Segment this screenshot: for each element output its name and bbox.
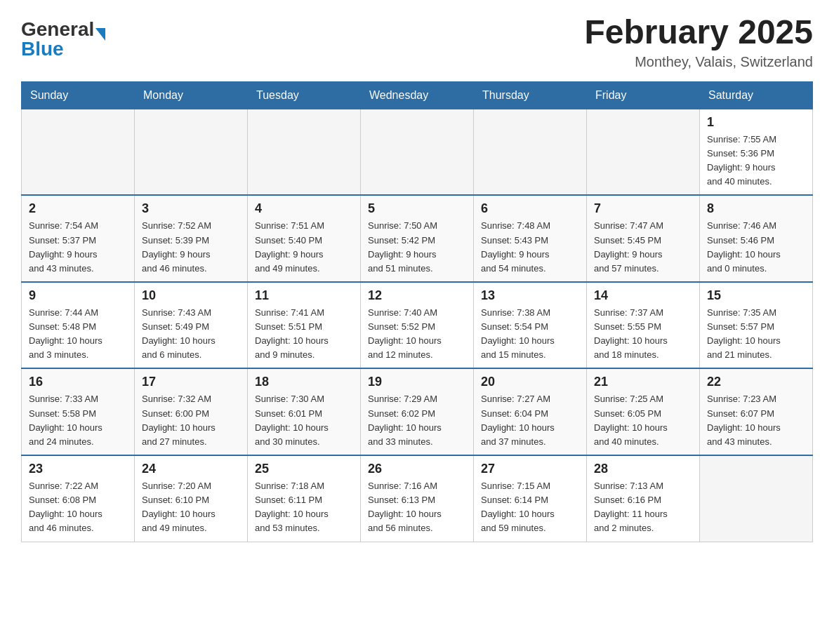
day-cell: 19Sunrise: 7:29 AM Sunset: 6:02 PM Dayli… xyxy=(361,368,474,455)
day-info: Sunrise: 7:29 AM Sunset: 6:02 PM Dayligh… xyxy=(368,392,466,449)
day-info: Sunrise: 7:35 AM Sunset: 5:57 PM Dayligh… xyxy=(707,306,805,363)
day-cell: 1Sunrise: 7:55 AM Sunset: 5:36 PM Daylig… xyxy=(700,109,813,195)
day-info: Sunrise: 7:44 AM Sunset: 5:48 PM Dayligh… xyxy=(29,306,127,363)
day-info: Sunrise: 7:55 AM Sunset: 5:36 PM Dayligh… xyxy=(707,133,805,189)
day-number: 15 xyxy=(707,288,805,303)
day-cell: 12Sunrise: 7:40 AM Sunset: 5:52 PM Dayli… xyxy=(361,282,474,369)
day-cell: 21Sunrise: 7:25 AM Sunset: 6:05 PM Dayli… xyxy=(587,368,700,455)
logo-triangle-icon xyxy=(95,28,105,41)
day-cell: 7Sunrise: 7:47 AM Sunset: 5:45 PM Daylig… xyxy=(587,195,700,282)
day-number: 13 xyxy=(481,288,579,303)
day-cell: 2Sunrise: 7:54 AM Sunset: 5:37 PM Daylig… xyxy=(22,195,135,282)
col-header-monday: Monday xyxy=(135,81,248,109)
day-cell xyxy=(248,109,361,195)
day-info: Sunrise: 7:16 AM Sunset: 6:13 PM Dayligh… xyxy=(368,479,466,536)
week-row-1: 1Sunrise: 7:55 AM Sunset: 5:36 PM Daylig… xyxy=(22,109,813,195)
day-info: Sunrise: 7:23 AM Sunset: 6:07 PM Dayligh… xyxy=(707,392,805,449)
day-number: 28 xyxy=(594,462,692,476)
day-cell: 4Sunrise: 7:51 AM Sunset: 5:40 PM Daylig… xyxy=(248,195,361,282)
day-cell: 10Sunrise: 7:43 AM Sunset: 5:49 PM Dayli… xyxy=(135,282,248,369)
page-header: General Blue February 2025 Monthey, Vala… xyxy=(21,14,813,70)
day-number: 24 xyxy=(142,462,240,476)
day-number: 23 xyxy=(29,462,127,476)
logo-blue-text: Blue xyxy=(21,39,64,59)
col-header-friday: Friday xyxy=(587,81,700,109)
day-number: 18 xyxy=(255,375,353,389)
day-cell: 22Sunrise: 7:23 AM Sunset: 6:07 PM Dayli… xyxy=(700,368,813,455)
day-number: 17 xyxy=(142,375,240,389)
day-cell: 25Sunrise: 7:18 AM Sunset: 6:11 PM Dayli… xyxy=(248,455,361,542)
day-info: Sunrise: 7:43 AM Sunset: 5:49 PM Dayligh… xyxy=(142,306,240,363)
day-info: Sunrise: 7:33 AM Sunset: 5:58 PM Dayligh… xyxy=(29,392,127,449)
week-row-2: 2Sunrise: 7:54 AM Sunset: 5:37 PM Daylig… xyxy=(22,195,813,282)
day-number: 22 xyxy=(707,375,805,389)
day-cell: 6Sunrise: 7:48 AM Sunset: 5:43 PM Daylig… xyxy=(474,195,587,282)
week-row-5: 23Sunrise: 7:22 AM Sunset: 6:08 PM Dayli… xyxy=(22,455,813,542)
day-cell: 20Sunrise: 7:27 AM Sunset: 6:04 PM Dayli… xyxy=(474,368,587,455)
day-number: 2 xyxy=(29,201,127,216)
day-cell xyxy=(474,109,587,195)
day-info: Sunrise: 7:15 AM Sunset: 6:14 PM Dayligh… xyxy=(481,479,579,536)
day-cell: 3Sunrise: 7:52 AM Sunset: 5:39 PM Daylig… xyxy=(135,195,248,282)
day-cell xyxy=(587,109,700,195)
day-number: 27 xyxy=(481,462,579,476)
header-row: SundayMondayTuesdayWednesdayThursdayFrid… xyxy=(22,81,813,109)
day-info: Sunrise: 7:38 AM Sunset: 5:54 PM Dayligh… xyxy=(481,306,579,363)
day-number: 16 xyxy=(29,375,127,389)
day-info: Sunrise: 7:18 AM Sunset: 6:11 PM Dayligh… xyxy=(255,479,353,536)
day-number: 4 xyxy=(255,201,353,216)
day-number: 8 xyxy=(707,201,805,216)
location-text: Monthey, Valais, Switzerland xyxy=(584,54,813,70)
day-cell xyxy=(22,109,135,195)
day-info: Sunrise: 7:30 AM Sunset: 6:01 PM Dayligh… xyxy=(255,392,353,449)
col-header-sunday: Sunday xyxy=(22,81,135,109)
day-cell: 18Sunrise: 7:30 AM Sunset: 6:01 PM Dayli… xyxy=(248,368,361,455)
day-number: 9 xyxy=(29,288,127,303)
day-cell: 27Sunrise: 7:15 AM Sunset: 6:14 PM Dayli… xyxy=(474,455,587,542)
day-cell xyxy=(700,455,813,542)
day-cell xyxy=(361,109,474,195)
day-number: 5 xyxy=(368,201,466,216)
day-number: 25 xyxy=(255,462,353,476)
day-info: Sunrise: 7:48 AM Sunset: 5:43 PM Dayligh… xyxy=(481,219,579,276)
day-cell: 23Sunrise: 7:22 AM Sunset: 6:08 PM Dayli… xyxy=(22,455,135,542)
day-number: 19 xyxy=(368,375,466,389)
day-number: 14 xyxy=(594,288,692,303)
day-cell: 9Sunrise: 7:44 AM Sunset: 5:48 PM Daylig… xyxy=(22,282,135,369)
day-cell: 11Sunrise: 7:41 AM Sunset: 5:51 PM Dayli… xyxy=(248,282,361,369)
day-info: Sunrise: 7:46 AM Sunset: 5:46 PM Dayligh… xyxy=(707,219,805,276)
day-number: 6 xyxy=(481,201,579,216)
day-info: Sunrise: 7:50 AM Sunset: 5:42 PM Dayligh… xyxy=(368,219,466,276)
day-info: Sunrise: 7:25 AM Sunset: 6:05 PM Dayligh… xyxy=(594,392,692,449)
day-number: 7 xyxy=(594,201,692,216)
day-number: 11 xyxy=(255,288,353,303)
week-row-4: 16Sunrise: 7:33 AM Sunset: 5:58 PM Dayli… xyxy=(22,368,813,455)
day-info: Sunrise: 7:20 AM Sunset: 6:10 PM Dayligh… xyxy=(142,479,240,536)
day-cell: 26Sunrise: 7:16 AM Sunset: 6:13 PM Dayli… xyxy=(361,455,474,542)
day-number: 10 xyxy=(142,288,240,303)
day-info: Sunrise: 7:40 AM Sunset: 5:52 PM Dayligh… xyxy=(368,306,466,363)
week-row-3: 9Sunrise: 7:44 AM Sunset: 5:48 PM Daylig… xyxy=(22,282,813,369)
day-number: 20 xyxy=(481,375,579,389)
day-cell: 16Sunrise: 7:33 AM Sunset: 5:58 PM Dayli… xyxy=(22,368,135,455)
col-header-thursday: Thursday xyxy=(474,81,587,109)
day-number: 12 xyxy=(368,288,466,303)
day-cell: 24Sunrise: 7:20 AM Sunset: 6:10 PM Dayli… xyxy=(135,455,248,542)
day-info: Sunrise: 7:51 AM Sunset: 5:40 PM Dayligh… xyxy=(255,219,353,276)
day-number: 21 xyxy=(594,375,692,389)
col-header-saturday: Saturday xyxy=(700,81,813,109)
col-header-wednesday: Wednesday xyxy=(361,81,474,109)
day-number: 1 xyxy=(707,115,805,130)
day-cell: 8Sunrise: 7:46 AM Sunset: 5:46 PM Daylig… xyxy=(700,195,813,282)
logo-general-text: General xyxy=(21,20,94,39)
day-info: Sunrise: 7:13 AM Sunset: 6:16 PM Dayligh… xyxy=(594,479,692,536)
col-header-tuesday: Tuesday xyxy=(248,81,361,109)
day-number: 26 xyxy=(368,462,466,476)
day-cell: 5Sunrise: 7:50 AM Sunset: 5:42 PM Daylig… xyxy=(361,195,474,282)
calendar-table: SundayMondayTuesdayWednesdayThursdayFrid… xyxy=(21,81,813,542)
day-cell: 28Sunrise: 7:13 AM Sunset: 6:16 PM Dayli… xyxy=(587,455,700,542)
day-info: Sunrise: 7:41 AM Sunset: 5:51 PM Dayligh… xyxy=(255,306,353,363)
day-info: Sunrise: 7:27 AM Sunset: 6:04 PM Dayligh… xyxy=(481,392,579,449)
day-cell: 17Sunrise: 7:32 AM Sunset: 6:00 PM Dayli… xyxy=(135,368,248,455)
month-title: February 2025 xyxy=(584,14,813,51)
